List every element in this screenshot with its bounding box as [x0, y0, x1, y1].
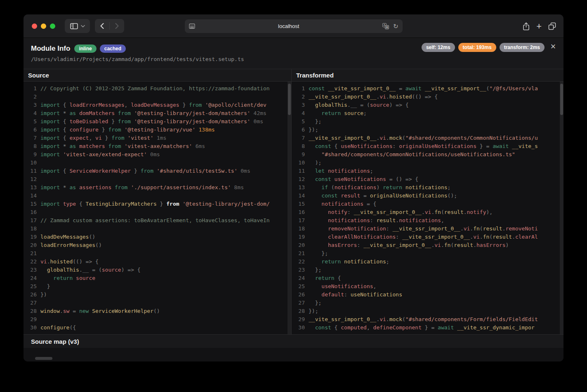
code-line: 20 hasErrors: __vite_ssr_import_0__.vi.f…: [292, 241, 563, 249]
source-scrollbar-thumb[interactable]: [288, 84, 291, 115]
line-number: 27: [27, 299, 37, 307]
code-line: 3 globalThis.__ = (source) => {: [292, 101, 563, 109]
line-number: 30: [27, 324, 37, 332]
code-line: 23 globalThis.__ = (source) => {: [24, 266, 291, 274]
code-line: 14 const result = originalUseNotificatio…: [292, 192, 563, 200]
line-number: 22: [27, 258, 37, 266]
sidebar-toggle-button[interactable]: [65, 19, 90, 33]
line-number: 20: [295, 241, 305, 249]
code-line: 29__vite_ssr_import_0__.vi.mock("#shared…: [292, 315, 563, 324]
sourcemap-title: Source map (v3): [31, 338, 79, 345]
line-number: 15: [295, 200, 305, 208]
minimize-window-button[interactable]: [41, 23, 46, 29]
line-number: 17: [27, 216, 37, 225]
code-panels: Source 1// Copyright (C) 2012-2025 Zamma…: [24, 69, 563, 334]
tab-overview-icon[interactable]: [548, 22, 556, 30]
code-line: 22vi.hoisted(() => {: [24, 258, 291, 266]
line-number: 26: [295, 291, 305, 299]
line-number: 24: [27, 274, 37, 282]
code-line: 18 removeNotification: __vite_ssr_import…: [292, 225, 563, 233]
module-info-header: Module Info inlinecached self: 12mstotal…: [24, 38, 563, 69]
line-number: 4: [295, 109, 305, 117]
url-text: localhost: [195, 23, 382, 29]
code-line: 25 useNotifications,: [292, 282, 563, 291]
line-number: 28: [295, 307, 305, 315]
code-line: 30configure({: [24, 324, 291, 332]
line-number: 29: [295, 315, 305, 324]
line-number: 16: [295, 208, 305, 216]
line-number: 2: [295, 93, 305, 101]
code-line: 10: [24, 159, 291, 167]
code-line: 28});: [292, 307, 563, 315]
transformed-panel-header: Transformed: [292, 69, 563, 82]
code-line: 1// Copyright (C) 2012-2025 Zammad Found…: [24, 85, 291, 93]
code-line: 10 );: [292, 159, 563, 167]
code-line: 6import { configure } from '@testing-lib…: [24, 126, 291, 134]
line-number: 4: [27, 109, 37, 117]
line-number: 12: [295, 175, 305, 183]
timing-pill: self: 12ms: [422, 43, 455, 52]
line-number: 3: [27, 101, 37, 109]
line-number: 5: [295, 117, 305, 126]
code-line: 5import { toBeDisabled } from '@testing-…: [24, 117, 291, 126]
sourcemap-hscrollbar-thumb[interactable]: [35, 357, 52, 360]
close-button[interactable]: ×: [549, 42, 558, 51]
code-line: 9import 'vitest-axe/extend-expect' 0ms: [24, 150, 291, 159]
close-window-button[interactable]: [32, 23, 37, 29]
code-line: 29: [24, 315, 291, 324]
code-line: 13import * as assertions from './support…: [24, 183, 291, 192]
line-number: 9: [27, 150, 37, 159]
transformed-scrollbar-thumb[interactable]: [560, 84, 563, 115]
code-line: 17// Zammad custom assertions: toBeAvata…: [24, 216, 291, 225]
line-number: 6: [295, 126, 305, 134]
zoom-window-button[interactable]: [50, 23, 55, 29]
module-badge: inline: [74, 45, 96, 53]
source-scrollbar-track: [288, 82, 291, 334]
line-number: 12: [27, 175, 37, 183]
sourcemap-line: 1AAMA;AAeA,yBAAG,QAAQ,MAAM;AACf,aAAW,KAA…: [24, 348, 563, 357]
share-icon[interactable]: [523, 22, 530, 31]
reload-button[interactable]: ↻: [393, 23, 398, 29]
code-line: 8import * as matchers from 'vitest-axe/m…: [24, 142, 291, 150]
line-number: 6: [27, 126, 37, 134]
transformed-code-area: 1const __vite_ssr_import_0__ = await __v…: [292, 82, 563, 334]
browser-toolbar: localhost Aa ↻ +: [24, 14, 563, 38]
line-number: 11: [295, 167, 305, 175]
line-number: 26: [27, 291, 37, 299]
code-line: 4 return source;: [292, 109, 563, 117]
module-badges: inlinecached: [74, 45, 126, 53]
line-number: 9: [295, 150, 305, 159]
line-number: 5: [27, 117, 37, 126]
line-number: 21: [27, 249, 37, 258]
code-line: 19loadDevMessages(): [24, 233, 291, 241]
new-tab-button[interactable]: +: [536, 22, 542, 31]
code-line: 24 return {: [292, 274, 563, 282]
code-line: 23 };: [292, 266, 563, 274]
navigation-buttons: [95, 19, 124, 33]
line-number: 14: [295, 192, 305, 200]
address-bar[interactable]: localhost Aa ↻: [185, 19, 403, 33]
module-path: /Users/vladimir/Projects/zammad/app/fron…: [31, 56, 556, 62]
code-line: 3import { loadErrorMessages, loadDevMess…: [24, 101, 291, 109]
line-number: 13: [295, 183, 305, 192]
translate-icon[interactable]: Aa: [382, 23, 389, 29]
line-number: 3: [295, 101, 305, 109]
site-settings-icon[interactable]: [189, 23, 195, 29]
sourcemap-section: Source map (v3) 1AAMA;AAeA,yBAAG,QAAQ,MA…: [24, 334, 563, 361]
page-title: Module Info: [31, 45, 70, 53]
forward-button[interactable]: [110, 19, 124, 33]
chevron-down-icon: [81, 25, 85, 28]
code-line: 14: [24, 192, 291, 200]
code-line: 4import * as domMatchers from '@testing-…: [24, 109, 291, 117]
toolbar-actions: +: [523, 14, 556, 38]
line-number: 17: [295, 216, 305, 225]
line-number: 16: [27, 208, 37, 216]
source-panel-header: Source: [24, 69, 291, 82]
line-number: 20: [27, 241, 37, 249]
browser-window: localhost Aa ↻ + Module Info: [24, 14, 563, 361]
code-line: 12: [24, 175, 291, 183]
sidebar-icon: [70, 23, 78, 29]
back-button[interactable]: [95, 19, 109, 33]
line-number: 18: [27, 225, 37, 233]
code-line: 16: [24, 208, 291, 216]
